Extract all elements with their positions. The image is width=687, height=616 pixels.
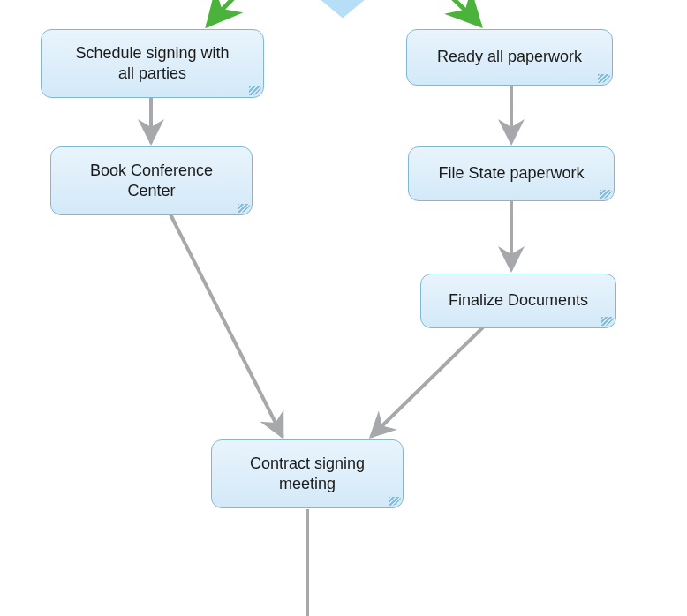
edge-gateway-to-ready: [440, 0, 480, 26]
node-label: Contract signing meeting: [221, 454, 394, 495]
node-file-state-paperwork[interactable]: File State paperwork: [408, 146, 615, 201]
svg-line-4: [371, 327, 483, 437]
edge-finalize-to-meeting: [371, 327, 483, 437]
gateway-diamond-icon: [316, 0, 369, 18]
svg-line-3: [170, 214, 283, 437]
node-finalize-documents[interactable]: Finalize Documents: [420, 274, 616, 328]
node-label: Schedule signing with all parties: [50, 43, 254, 85]
edge-bookconf-to-meeting: [170, 214, 283, 437]
node-schedule-signing[interactable]: Schedule signing with all parties: [41, 29, 264, 98]
node-label: Finalize Documents: [430, 290, 607, 311]
node-ready-paperwork[interactable]: Ready all paperwork: [406, 29, 613, 86]
edge-gateway-to-schedule: [208, 0, 245, 26]
node-contract-signing-meeting[interactable]: Contract signing meeting: [211, 439, 404, 508]
node-label: Book Conference Center: [60, 161, 243, 202]
node-book-conference[interactable]: Book Conference Center: [50, 146, 253, 215]
flow-diagram: Schedule signing with all parties Book C…: [0, 0, 687, 616]
node-label: File State paperwork: [418, 163, 605, 184]
node-label: Ready all paperwork: [416, 47, 603, 67]
